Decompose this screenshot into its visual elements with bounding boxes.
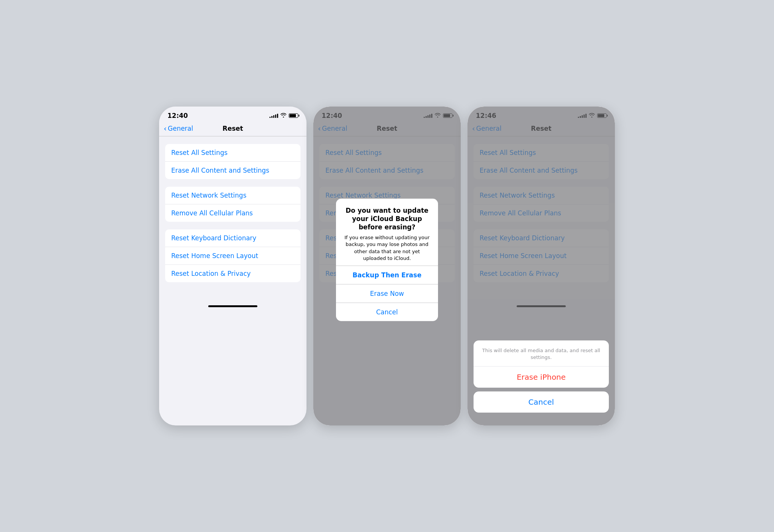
- status-icons: [269, 113, 298, 119]
- settings-row[interactable]: Reset Location & Privacy: [165, 265, 300, 282]
- settings-card: Reset Keyboard Dictionary Reset Home Scr…: [165, 229, 300, 282]
- alert-button[interactable]: Cancel: [336, 303, 438, 321]
- signal-icon: [269, 113, 278, 118]
- alert-title: Do you want to update your iCloud Backup…: [342, 206, 432, 231]
- status-time: 12:40: [167, 112, 188, 119]
- settings-group: Reset Keyboard Dictionary Reset Home Scr…: [159, 229, 307, 282]
- alert-actions: Backup Then EraseErase NowCancel: [336, 266, 438, 321]
- status-bar: 12:40: [159, 107, 307, 122]
- bottom-sheet-card: This will delete all media and data, and…: [474, 340, 609, 388]
- alert-button[interactable]: Erase Now: [336, 285, 438, 303]
- nav-title: Reset: [223, 125, 243, 132]
- cancel-button[interactable]: Cancel: [474, 391, 609, 413]
- phone-frame: 12:40 ‹: [159, 107, 307, 425]
- phone-frame: 12:46 ‹: [467, 107, 615, 425]
- chevron-left-icon: ‹: [164, 125, 167, 132]
- erase-iphone-button[interactable]: Erase iPhone: [474, 367, 609, 388]
- bottom-sheet-description: This will delete all media and data, and…: [474, 340, 609, 367]
- nav-back-button[interactable]: ‹ General: [164, 125, 193, 132]
- bottom-sheet: This will delete all media and data, and…: [474, 340, 609, 413]
- nav-bar: ‹ General Reset: [159, 122, 307, 136]
- settings-row-label: Reset Network Settings: [171, 192, 246, 199]
- settings-row-label: Remove All Cellular Plans: [171, 209, 253, 217]
- alert-button[interactable]: Backup Then Erase: [336, 266, 438, 284]
- settings-group: Reset Network Settings Remove All Cellul…: [159, 187, 307, 222]
- home-indicator: [159, 297, 307, 310]
- settings-row-label: Reset Home Screen Layout: [171, 252, 258, 260]
- settings-card: Reset All Settings Erase All Content and…: [165, 144, 300, 179]
- settings-row[interactable]: Remove All Cellular Plans: [165, 204, 300, 222]
- settings-row-label: Reset All Settings: [171, 149, 228, 156]
- settings-row[interactable]: Reset Keyboard Dictionary: [165, 229, 300, 247]
- settings-content[interactable]: Reset All Settings Erase All Content and…: [159, 136, 307, 297]
- alert-message: If you erase without updating your backu…: [342, 234, 432, 262]
- wifi-icon: [280, 113, 286, 119]
- settings-row-label: Reset Keyboard Dictionary: [171, 234, 256, 242]
- alert-body: Do you want to update your iCloud Backup…: [336, 199, 438, 266]
- phone-content: 12:40 ‹: [159, 107, 307, 310]
- settings-row[interactable]: Erase All Content and Settings: [165, 162, 300, 179]
- settings-row-label: Erase All Content and Settings: [171, 167, 269, 174]
- home-bar: [208, 305, 257, 307]
- battery-icon: [289, 113, 298, 118]
- nav-back-label: General: [168, 125, 193, 132]
- alert-dialog: Do you want to update your iCloud Backup…: [336, 199, 438, 321]
- settings-card: Reset Network Settings Remove All Cellul…: [165, 187, 300, 222]
- settings-row[interactable]: Reset All Settings: [165, 144, 300, 162]
- settings-row-label: Reset Location & Privacy: [171, 270, 251, 277]
- phone-frame: 12:40 ‹: [313, 107, 461, 425]
- settings-row[interactable]: Reset Home Screen Layout: [165, 247, 300, 265]
- settings-group: Reset All Settings Erase All Content and…: [159, 144, 307, 179]
- settings-row[interactable]: Reset Network Settings: [165, 187, 300, 204]
